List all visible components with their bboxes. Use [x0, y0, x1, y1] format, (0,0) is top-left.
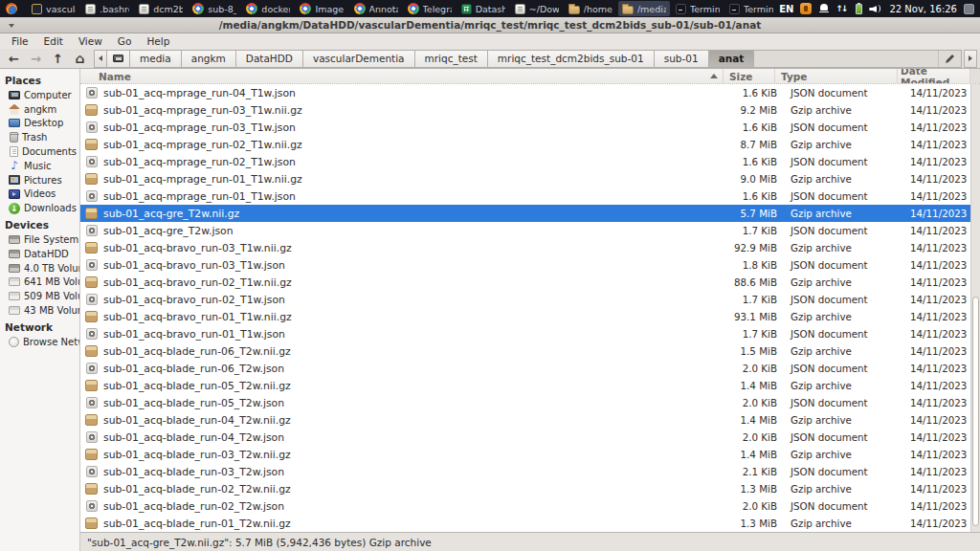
file-name-cell: sub-01_acq-blade_run-04_T2w.nii.gz [80, 414, 733, 427]
menu-item[interactable]: File [4, 33, 36, 49]
breadcrumb-button[interactable]: anat [709, 51, 755, 67]
file-row[interactable]: sub-01_acq-mprage_run-04_T1w.json 1.6 Ki… [80, 84, 970, 101]
network-arrows-icon[interactable] [835, 3, 849, 14]
file-row[interactable]: sub-01_acq-bravo_run-02_T1w.nii.gz 88.6 … [80, 274, 970, 291]
column-header-type[interactable]: Type [775, 69, 898, 83]
column-header-date[interactable]: Date Modified [898, 69, 970, 83]
column-header-name[interactable]: Name [80, 69, 724, 83]
file-row[interactable]: sub-01_acq-blade_run-02_T2w.json 2.0 KiB… [80, 497, 970, 515]
path-scroll-right-button[interactable] [964, 50, 977, 68]
file-row[interactable]: sub-01_acq-blade_run-02_T2w.nii.gz 1.3 M… [80, 480, 970, 497]
taskbar-window-button[interactable]: /home/a... [565, 1, 616, 16]
clock[interactable]: 22 Nov, 16:26 [889, 4, 957, 14]
file-row[interactable]: sub-01_acq-blade_run-04_T2w.json 2.0 KiB… [80, 429, 970, 446]
sidebar-item[interactable]: DataHDD [0, 247, 79, 261]
file-row[interactable]: sub-01_acq-mprage_run-01_T1w.json 1.6 Ki… [80, 187, 970, 205]
taskbar-window-button[interactable]: Telegra... [404, 1, 456, 16]
taskbar-window-button[interactable]: /media/a... [618, 1, 670, 16]
taskbar-window-button[interactable]: Image Q... [296, 1, 347, 16]
breadcrumb-button[interactable]: sub-01 [655, 51, 709, 67]
taskbar-window-button[interactable]: sub-8_ac... [189, 1, 240, 16]
taskbar-window-button[interactable]: Annotati... [350, 1, 402, 16]
file-row[interactable]: sub-01_acq-gre_T2w.nii.gz 5.7 MiB Gzip a… [80, 205, 970, 222]
menu-item[interactable]: Go [110, 33, 140, 49]
sidebar-item[interactable]: Computer [0, 88, 79, 102]
file-row[interactable]: sub-01_acq-mprage_run-03_T1w.json 1.6 Ki… [80, 119, 970, 136]
taskbar-window-button[interactable]: Terminal... [672, 1, 724, 16]
sidebar-item[interactable]: Music [0, 159, 79, 173]
taskbar-window-button[interactable]: ~/Downl... [511, 1, 563, 16]
file-row[interactable]: sub-01_acq-blade_run-01_T2w.nii.gz 1.3 M… [80, 515, 970, 532]
taskbar-window-button[interactable] [4, 1, 26, 16]
breadcrumb-button[interactable]: angkm [182, 51, 236, 67]
file-row[interactable]: sub-01_acq-blade_run-05_T2w.json 2.0 KiB… [80, 394, 970, 411]
taskbar-window-button[interactable]: Datashe... [457, 1, 509, 16]
file-row[interactable]: sub-01_acq-blade_run-06_T2w.nii.gz 1.5 M… [80, 342, 970, 360]
sidebar-item[interactable]: Downloads [0, 201, 79, 215]
file-row[interactable]: sub-01_acq-mprage_run-01_T1w.nii.gz 9.0 … [80, 170, 970, 187]
breadcrumb-button[interactable]: mriqc_test [415, 51, 488, 67]
scrollbar-thumb[interactable] [972, 297, 979, 526]
path-scroll-left-button[interactable] [95, 51, 107, 67]
filesystem-root-button[interactable] [107, 51, 130, 67]
breadcrumb-button[interactable]: DataHDD [236, 51, 303, 67]
terminal-alt-icon [32, 4, 42, 14]
taskbar-window-button[interactable]: vascular... [28, 1, 79, 16]
taskbar-window-button[interactable]: docker c... [242, 1, 294, 16]
sidebar-item[interactable]: Browse Netw... [0, 335, 79, 349]
taskbar-window-button[interactable]: dcm2bid... [135, 1, 187, 16]
file-size: 1.4 MiB [733, 449, 785, 460]
sidebar-item[interactable]: Pictures [0, 173, 79, 187]
sidebar-item[interactable]: 509 MB Volume [0, 289, 79, 303]
sidebar-item[interactable]: 4.0 TB Volume [0, 261, 79, 276]
file-row[interactable]: sub-01_acq-blade_run-04_T2w.nii.gz 1.4 M… [80, 411, 970, 429]
file-row[interactable]: sub-01_acq-blade_run-05_T2w.nii.gz 1.4 M… [80, 377, 970, 394]
file-size: 9.0 MiB [733, 173, 785, 185]
menu-item[interactable]: View [71, 33, 110, 49]
show-desktop-icon[interactable] [964, 4, 974, 14]
file-size: 1.7 KiB [733, 294, 785, 305]
file-row[interactable]: sub-01_acq-blade_run-06_T2w.json 2.0 KiB… [80, 360, 970, 377]
file-row[interactable]: sub-01_acq-mprage_run-02_T1w.nii.gz 8.7 … [80, 136, 970, 153]
forward-button[interactable]: → [25, 50, 47, 68]
window-menu-icon[interactable] [9, 24, 14, 28]
file-row[interactable]: sub-01_acq-bravo_run-02_T1w.json 1.7 KiB… [80, 291, 970, 308]
volume-icon[interactable] [869, 4, 882, 14]
vertical-scrollbar[interactable] [970, 84, 980, 532]
clipboard-manager-icon[interactable] [800, 3, 812, 14]
file-row[interactable]: sub-01_acq-mprage_run-02_T1w.json 1.6 Ki… [80, 153, 970, 170]
taskbar-window-button[interactable]: Terminal... [725, 1, 777, 16]
sidebar-item[interactable]: Documents [0, 144, 79, 159]
sidebar-item[interactable]: 641 MB Volume [0, 276, 79, 290]
sidebar-item[interactable]: Videos [0, 187, 79, 202]
up-button[interactable]: ↑ [47, 50, 69, 68]
breadcrumb-button[interactable]: media [130, 51, 182, 67]
file-size: 1.7 KiB [733, 328, 785, 340]
notifications-icon[interactable] [818, 3, 829, 14]
file-row[interactable]: sub-01_acq-bravo_run-03_T1w.json 1.8 KiB… [80, 256, 970, 274]
drive-dark-icon [9, 250, 20, 258]
breadcrumb-button[interactable]: vascularDementia [303, 51, 415, 67]
file-row[interactable]: sub-01_acq-bravo_run-03_T1w.nii.gz 92.9 … [80, 239, 970, 256]
file-row[interactable]: sub-01_acq-bravo_run-01_T1w.nii.gz 93.1 … [80, 308, 970, 325]
back-button[interactable]: ← [3, 50, 25, 68]
file-row[interactable]: sub-01_acq-blade_run-03_T2w.nii.gz 1.4 M… [80, 446, 970, 463]
keyboard-layout-indicator[interactable]: EN [779, 4, 793, 14]
sidebar-item[interactable]: Trash [0, 130, 79, 144]
sidebar-item[interactable]: Desktop [0, 117, 79, 131]
home-button[interactable]: ⌂ [69, 50, 91, 68]
sidebar-item[interactable]: angkm [0, 102, 79, 117]
breadcrumb-button[interactable]: mriqc_test_dcm2bids_sub-01 [488, 51, 655, 67]
sidebar-item[interactable]: 43 MB Volume [0, 303, 79, 318]
column-header-size[interactable]: Size [724, 69, 775, 83]
file-row[interactable]: sub-01_acq-gre_T2w.json 1.7 KiB JSON doc… [80, 222, 970, 239]
taskbar-window-button[interactable]: .bashrc (... [81, 1, 133, 16]
battery-icon[interactable] [856, 4, 862, 14]
menu-item[interactable]: Edit [36, 33, 71, 49]
sidebar-item[interactable]: File System [0, 232, 79, 247]
file-row[interactable]: sub-01_acq-bravo_run-01_T1w.json 1.7 KiB… [80, 325, 970, 342]
menu-item[interactable]: Help [139, 33, 177, 49]
edit-path-button[interactable] [938, 51, 961, 67]
file-row[interactable]: sub-01_acq-mprage_run-03_T1w.nii.gz 9.2 … [80, 101, 970, 119]
file-row[interactable]: sub-01_acq-blade_run-03_T2w.json 2.1 KiB… [80, 463, 970, 480]
